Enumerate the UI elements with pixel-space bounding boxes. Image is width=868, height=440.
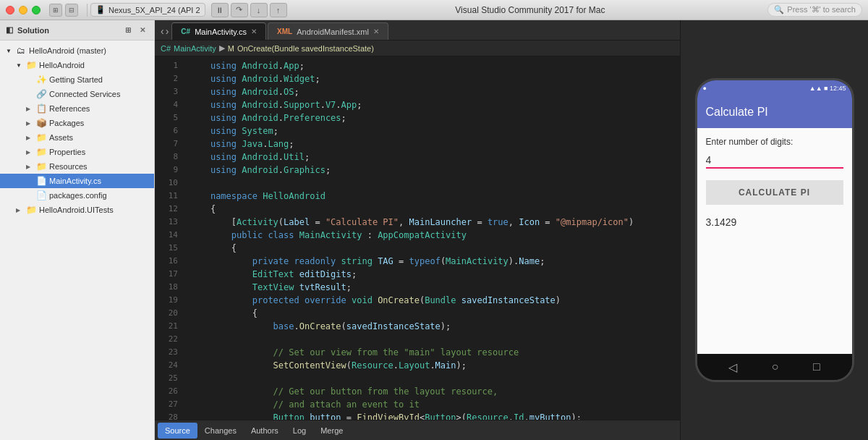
bottom-tab-merge[interactable]: Merge — [313, 423, 350, 439]
breadcrumb: C# MainActivity ▶ M OnCreate(Bundle save… — [155, 41, 680, 56]
code-line-14: public class MainActivity : AppCompatAct… — [190, 229, 680, 242]
tree-item-mainactivity[interactable]: 📄 MainActivity.cs — [0, 174, 154, 188]
toolbar-separator — [87, 4, 88, 17]
step-in-button[interactable]: ↓ — [250, 3, 268, 17]
tab-androidmanifest-label: AndroidManifest.xml — [297, 28, 369, 36]
bottom-tab-changes[interactable]: Changes — [197, 423, 244, 439]
references-icon: 📋 — [35, 103, 47, 114]
config-file-icon: 📄 — [35, 190, 47, 200]
tab-mainactivity-label: MainActivity.cs — [195, 28, 247, 36]
phone-result: 3.1429 — [706, 216, 843, 228]
phone-content: Enter number of digits: CALCULATE PI 3.1… — [697, 128, 852, 354]
tab-androidmanifest[interactable]: XML AndroidManifest.xml ✕ — [268, 22, 388, 40]
pause-button[interactable]: ⏸ — [211, 3, 229, 17]
code-line-10 — [190, 177, 680, 190]
expand-icon: ▶ — [26, 149, 33, 156]
line-numbers: 1 2 3 4 5 6 7 8 9 10 11 12 13 14 15 16 1… — [155, 56, 184, 420]
tree-item-uitests[interactable]: ▶ 📁 HelloAndroid.UITests — [0, 203, 154, 217]
nav-back-icon: ◁ — [728, 360, 737, 374]
code-line-20: { — [190, 307, 680, 320]
code-line-3: using Android.OS; — [190, 85, 680, 98]
code-line-18: TextView tvtResult; — [190, 281, 680, 294]
xml-tab-icon: XML — [277, 28, 292, 35]
code-line-23: // Set our view from the "main" layout r… — [190, 346, 680, 359]
phone-nav-bar: ◁ ○ □ — [697, 354, 852, 380]
code-line-5: using Android.Preferences; — [190, 111, 680, 124]
sidebar-toggle-button[interactable]: ⊞ — [49, 4, 62, 17]
bottom-tab-log[interactable]: Log — [286, 423, 313, 439]
code-line-21: base.OnCreate(savedInstanceState); — [190, 320, 680, 333]
tree-item-packages[interactable]: ▶ 📦 Packages — [0, 116, 154, 130]
editor-area: ‹ › C# MainActivity.cs ✕ XML AndroidMani… — [155, 20, 680, 440]
code-line-1: using Android.App; — [190, 59, 680, 72]
resources-icon: 📁 — [35, 161, 47, 172]
sidebar: ◧ Solution ⊞ ✕ ▼ 🗂 HelloAndroid (master)… — [0, 20, 155, 440]
tab-close-icon[interactable]: ✕ — [251, 28, 257, 35]
tree-item-properties[interactable]: ▶ 📁 Properties — [0, 145, 154, 159]
code-line-24: SetContentView(Resource.Layout.Main); — [190, 359, 680, 372]
code-line-8: using Android.Util; — [190, 151, 680, 164]
nav-forward-button[interactable]: › — [166, 25, 169, 37]
tree-item-assets[interactable]: ▶ 📁 Assets — [0, 130, 154, 145]
toolbar-controls: ⊞ ⊟ — [49, 4, 78, 17]
device-name: Nexus_5X_API_24 (API 2 — [109, 6, 200, 14]
code-line-13: [Activity(Label = "Calculate PI", MainLa… — [190, 216, 680, 229]
sidebar-header-actions: ⊞ ✕ — [122, 25, 148, 36]
step-over-button[interactable]: ↷ — [231, 3, 248, 17]
device-icon: 📱 — [95, 5, 106, 14]
minimize-button[interactable] — [19, 6, 27, 14]
close-button[interactable] — [6, 6, 14, 14]
phone-frame: ● ▲▲ ■ 12:45 Calculate PI Enter number o… — [695, 78, 854, 382]
phone-mockup: ● ▲▲ ■ 12:45 Calculate PI Enter number o… — [680, 20, 868, 440]
maximize-button[interactable] — [32, 6, 41, 14]
code-line-4: using Android.Support.V7.App; — [190, 98, 680, 111]
sidebar-action-2[interactable]: ✕ — [137, 25, 148, 36]
code-line-6: using System; — [190, 124, 680, 138]
sidebar-header: ◧ Solution ⊞ ✕ — [0, 20, 154, 41]
cs-tab-icon: C# — [181, 28, 190, 35]
tree-item-connected-services[interactable]: 🔗 Connected Services — [0, 87, 154, 101]
bottom-tab-authors[interactable]: Authors — [244, 423, 286, 439]
nav-arrows: ‹ › — [158, 25, 171, 40]
tree-item-references[interactable]: ▶ 📋 References — [0, 101, 154, 116]
tree-item-packages-config[interactable]: 📄 packages.config — [0, 188, 154, 203]
phone-status-bar: ● ▲▲ ■ 12:45 — [697, 80, 852, 96]
bottom-tab-source[interactable]: Source — [158, 423, 197, 439]
window-mode-button[interactable]: ⊟ — [65, 4, 78, 17]
code-line-19: protected override void OnCreate(Bundle … — [190, 294, 680, 307]
device-selector[interactable]: 📱 Nexus_5X_API_24 (API 2 — [90, 3, 205, 17]
project-icon: 📁 — [25, 60, 37, 70]
nav-back-button[interactable]: ‹ — [161, 25, 164, 37]
breadcrumb-class[interactable]: MainActivity — [174, 44, 216, 53]
connected-icon: 🔗 — [35, 89, 47, 99]
breadcrumb-method[interactable]: OnCreate(Bundle savedInstanceState) — [237, 44, 374, 53]
step-out-button[interactable]: ↑ — [270, 3, 287, 17]
tab-close-icon-2[interactable]: ✕ — [373, 28, 379, 35]
code-lines[interactable]: using Android.App; using Android.Widget;… — [184, 56, 680, 420]
window-title: Visual Studio Community 2017 for Mac — [293, 5, 768, 15]
search-bar[interactable]: 🔍 Press '⌘' to search — [767, 3, 862, 17]
expand-icon: ▶ — [26, 106, 33, 112]
code-editor[interactable]: 1 2 3 4 5 6 7 8 9 10 11 12 13 14 15 16 1… — [155, 56, 680, 420]
cs-file-icon: 📄 — [35, 176, 47, 186]
tree-item-hello-android-master[interactable]: ▼ 🗂 HelloAndroid (master) — [0, 43, 154, 58]
editor-tab-bar: ‹ › C# MainActivity.cs ✕ XML AndroidMani… — [155, 20, 680, 41]
sidebar-action-1[interactable]: ⊞ — [122, 25, 134, 36]
phone-status-left: ● — [703, 85, 707, 92]
code-line-28: Button button = FindViewById<Button>(Res… — [190, 411, 680, 420]
code-line-2: using Android.Widget; — [190, 72, 680, 85]
expand-icon: ▶ — [26, 135, 33, 141]
phone-digits-input[interactable] — [706, 153, 843, 169]
code-line-17: EditText editDigits; — [190, 268, 680, 281]
tree-item-getting-started[interactable]: ✨ Getting Started — [0, 72, 154, 87]
folder-icon: 🗂 — [15, 46, 27, 56]
packages-icon: 📦 — [35, 118, 47, 128]
tree-item-hello-android[interactable]: ▼ 📁 HelloAndroid — [0, 58, 154, 72]
tree-item-resources[interactable]: ▶ 📁 Resources — [0, 159, 154, 174]
uitests-icon: 📁 — [25, 205, 37, 215]
tab-mainactivity[interactable]: C# MainActivity.cs ✕ — [171, 22, 266, 40]
expand-icon: ▼ — [6, 48, 13, 54]
search-icon: 🔍 — [774, 5, 784, 14]
phone-calculate-button[interactable]: CALCULATE PI — [706, 180, 843, 205]
code-line-12: { — [190, 203, 680, 216]
